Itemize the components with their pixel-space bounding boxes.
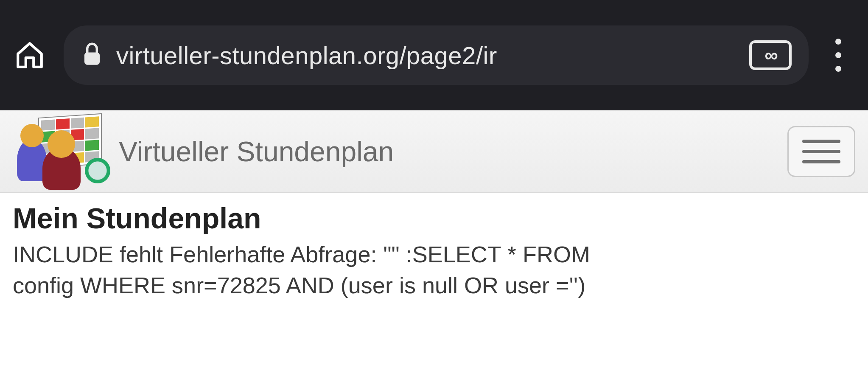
browser-chrome: virtueller-stundenplan.org/page2/ir ∞: [0, 0, 868, 110]
hamburger-line: [802, 140, 840, 143]
kebab-dot: [835, 66, 841, 72]
home-icon: [14, 39, 45, 71]
site-title[interactable]: Virtueller Stundenplan: [119, 135, 779, 168]
lock-icon: [81, 41, 104, 70]
nav-toggle-button[interactable]: [787, 126, 855, 177]
page-heading: Mein Stundenplan: [13, 202, 855, 235]
error-message: INCLUDE fehlt Fehlerhafte Abfrage: "" :S…: [13, 239, 641, 301]
home-button[interactable]: [13, 38, 47, 72]
browser-menu-button[interactable]: [826, 34, 851, 76]
kebab-dot: [835, 52, 841, 58]
reader-mode-button[interactable]: ∞: [749, 40, 792, 70]
url-text: virtueller-stundenplan.org/page2/ir: [116, 41, 728, 70]
kebab-dot: [835, 39, 841, 45]
site-header: Virtueller Stundenplan: [0, 110, 868, 193]
url-bar[interactable]: virtueller-stundenplan.org/page2/ir ∞: [64, 25, 809, 85]
logo-clock-icon: [85, 158, 110, 183]
site-logo[interactable]: [13, 115, 110, 188]
svg-rect-0: [84, 53, 100, 65]
hamburger-line: [802, 150, 840, 153]
page-content: Mein Stundenplan INCLUDE fehlt Fehlerhaf…: [0, 193, 868, 301]
infinity-icon: ∞: [764, 45, 776, 66]
hamburger-line: [802, 160, 840, 163]
logo-person-icon: [42, 147, 81, 190]
